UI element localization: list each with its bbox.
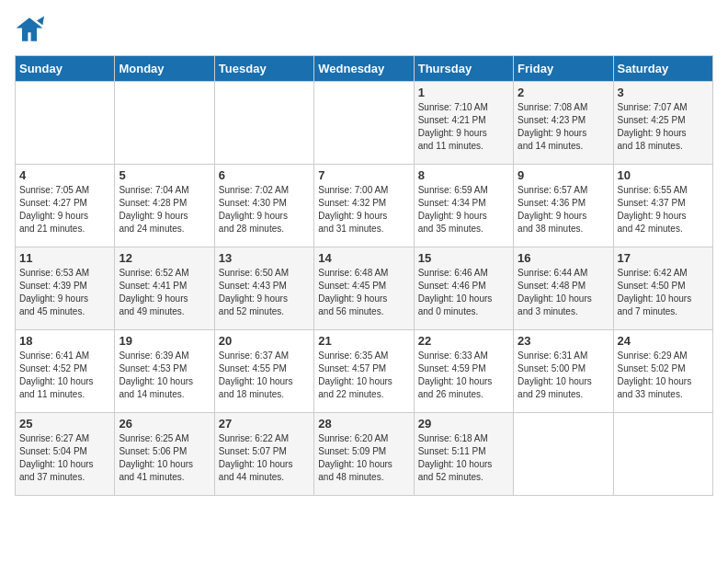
calendar-cell: 10Sunrise: 6:55 AM Sunset: 4:37 PM Dayli… [613, 165, 712, 247]
calendar-cell: 23Sunrise: 6:31 AM Sunset: 5:00 PM Dayli… [514, 330, 613, 413]
weekday-header-friday: Friday [514, 56, 613, 82]
day-info: Sunrise: 6:37 AM Sunset: 4:55 PM Dayligh… [219, 350, 310, 401]
day-number: 11 [19, 251, 110, 265]
day-info: Sunrise: 6:59 AM Sunset: 4:34 PM Dayligh… [418, 184, 509, 236]
day-info: Sunrise: 6:53 AM Sunset: 4:39 PM Dayligh… [19, 267, 110, 318]
logo-icon [15, 15, 44, 44]
calendar-cell: 25Sunrise: 6:27 AM Sunset: 5:04 PM Dayli… [16, 413, 115, 496]
page-header [15, 15, 713, 44]
calendar-week-1: 1Sunrise: 7:10 AM Sunset: 4:21 PM Daylig… [16, 82, 713, 165]
day-info: Sunrise: 6:44 AM Sunset: 4:48 PM Dayligh… [518, 267, 609, 318]
calendar-cell: 5Sunrise: 7:04 AM Sunset: 4:28 PM Daylig… [115, 165, 214, 247]
calendar-cell: 13Sunrise: 6:50 AM Sunset: 4:43 PM Dayli… [214, 247, 313, 330]
calendar-cell: 26Sunrise: 6:25 AM Sunset: 5:06 PM Dayli… [115, 413, 214, 496]
day-info: Sunrise: 6:42 AM Sunset: 4:50 PM Dayligh… [618, 267, 709, 318]
calendar-cell: 27Sunrise: 6:22 AM Sunset: 5:07 PM Dayli… [214, 413, 313, 496]
day-number: 3 [618, 86, 709, 99]
logo [15, 15, 48, 44]
day-info: Sunrise: 6:52 AM Sunset: 4:41 PM Dayligh… [119, 267, 210, 318]
calendar-cell [613, 413, 712, 496]
calendar-cell [115, 82, 214, 165]
weekday-header-wednesday: Wednesday [314, 56, 414, 82]
calendar-cell: 19Sunrise: 6:39 AM Sunset: 4:53 PM Dayli… [115, 330, 214, 413]
weekday-header-monday: Monday [115, 56, 214, 82]
calendar-cell: 20Sunrise: 6:37 AM Sunset: 4:55 PM Dayli… [214, 330, 313, 413]
calendar-week-2: 4Sunrise: 7:05 AM Sunset: 4:27 PM Daylig… [16, 165, 713, 247]
calendar-cell: 4Sunrise: 7:05 AM Sunset: 4:27 PM Daylig… [16, 165, 115, 247]
day-info: Sunrise: 7:02 AM Sunset: 4:30 PM Dayligh… [219, 184, 310, 236]
weekday-header-saturday: Saturday [613, 56, 712, 82]
day-info: Sunrise: 7:07 AM Sunset: 4:25 PM Dayligh… [618, 101, 709, 153]
day-number: 15 [418, 251, 509, 265]
day-number: 12 [119, 251, 210, 265]
day-info: Sunrise: 6:35 AM Sunset: 4:57 PM Dayligh… [318, 350, 409, 401]
calendar-cell: 12Sunrise: 6:52 AM Sunset: 4:41 PM Dayli… [115, 247, 214, 330]
day-number: 29 [418, 417, 509, 431]
day-info: Sunrise: 6:55 AM Sunset: 4:37 PM Dayligh… [618, 184, 709, 236]
calendar-cell: 6Sunrise: 7:02 AM Sunset: 4:30 PM Daylig… [214, 165, 313, 247]
weekday-header-sunday: Sunday [16, 56, 115, 82]
day-number: 4 [19, 168, 110, 182]
day-info: Sunrise: 6:33 AM Sunset: 4:59 PM Dayligh… [418, 350, 509, 401]
day-info: Sunrise: 6:20 AM Sunset: 5:09 PM Dayligh… [318, 432, 409, 484]
day-info: Sunrise: 6:27 AM Sunset: 5:04 PM Dayligh… [19, 432, 110, 484]
weekday-header-row: SundayMondayTuesdayWednesdayThursdayFrid… [16, 56, 713, 82]
calendar-week-4: 18Sunrise: 6:41 AM Sunset: 4:52 PM Dayli… [16, 330, 713, 413]
day-info: Sunrise: 6:29 AM Sunset: 5:02 PM Dayligh… [618, 350, 709, 401]
day-number: 27 [219, 417, 310, 431]
calendar-cell: 18Sunrise: 6:41 AM Sunset: 4:52 PM Dayli… [16, 330, 115, 413]
day-number: 5 [119, 168, 210, 182]
day-info: Sunrise: 7:00 AM Sunset: 4:32 PM Dayligh… [318, 184, 409, 236]
day-number: 13 [219, 251, 310, 265]
calendar-cell: 7Sunrise: 7:00 AM Sunset: 4:32 PM Daylig… [314, 165, 414, 247]
calendar-cell [314, 82, 414, 165]
day-info: Sunrise: 6:18 AM Sunset: 5:11 PM Dayligh… [418, 432, 509, 484]
svg-marker-1 [37, 17, 44, 26]
day-number: 6 [219, 168, 310, 182]
day-number: 26 [119, 417, 210, 431]
day-number: 21 [318, 334, 409, 348]
day-info: Sunrise: 7:08 AM Sunset: 4:23 PM Dayligh… [518, 101, 609, 153]
day-info: Sunrise: 6:39 AM Sunset: 4:53 PM Dayligh… [119, 350, 210, 401]
day-info: Sunrise: 6:22 AM Sunset: 5:07 PM Dayligh… [219, 432, 310, 484]
day-number: 14 [318, 251, 409, 265]
day-number: 20 [219, 334, 310, 348]
calendar-cell [514, 413, 613, 496]
calendar-cell: 2Sunrise: 7:08 AM Sunset: 4:23 PM Daylig… [514, 82, 613, 165]
day-number: 9 [518, 168, 609, 182]
day-info: Sunrise: 6:41 AM Sunset: 4:52 PM Dayligh… [19, 350, 110, 401]
calendar-cell: 29Sunrise: 6:18 AM Sunset: 5:11 PM Dayli… [414, 413, 513, 496]
day-number: 8 [418, 168, 509, 182]
calendar-table: SundayMondayTuesdayWednesdayThursdayFrid… [15, 55, 713, 496]
day-info: Sunrise: 6:25 AM Sunset: 5:06 PM Dayligh… [119, 432, 210, 484]
calendar-cell: 8Sunrise: 6:59 AM Sunset: 4:34 PM Daylig… [414, 165, 513, 247]
day-number: 18 [19, 334, 110, 348]
day-info: Sunrise: 7:10 AM Sunset: 4:21 PM Dayligh… [418, 101, 509, 153]
calendar-cell: 22Sunrise: 6:33 AM Sunset: 4:59 PM Dayli… [414, 330, 513, 413]
day-info: Sunrise: 7:05 AM Sunset: 4:27 PM Dayligh… [19, 184, 110, 236]
day-info: Sunrise: 6:50 AM Sunset: 4:43 PM Dayligh… [219, 267, 310, 318]
calendar-cell: 14Sunrise: 6:48 AM Sunset: 4:45 PM Dayli… [314, 247, 414, 330]
calendar-week-5: 25Sunrise: 6:27 AM Sunset: 5:04 PM Dayli… [16, 413, 713, 496]
calendar-cell: 16Sunrise: 6:44 AM Sunset: 4:48 PM Dayli… [514, 247, 613, 330]
calendar-cell: 24Sunrise: 6:29 AM Sunset: 5:02 PM Dayli… [613, 330, 712, 413]
weekday-header-tuesday: Tuesday [214, 56, 313, 82]
calendar-cell: 28Sunrise: 6:20 AM Sunset: 5:09 PM Dayli… [314, 413, 414, 496]
calendar-body: 1Sunrise: 7:10 AM Sunset: 4:21 PM Daylig… [16, 82, 713, 496]
day-number: 16 [518, 251, 609, 265]
calendar-cell: 9Sunrise: 6:57 AM Sunset: 4:36 PM Daylig… [514, 165, 613, 247]
calendar-cell: 3Sunrise: 7:07 AM Sunset: 4:25 PM Daylig… [613, 82, 712, 165]
day-info: Sunrise: 6:57 AM Sunset: 4:36 PM Dayligh… [518, 184, 609, 236]
calendar-cell: 21Sunrise: 6:35 AM Sunset: 4:57 PM Dayli… [314, 330, 414, 413]
day-number: 2 [518, 86, 609, 99]
calendar-cell [16, 82, 115, 165]
calendar-cell: 15Sunrise: 6:46 AM Sunset: 4:46 PM Dayli… [414, 247, 513, 330]
calendar-cell: 1Sunrise: 7:10 AM Sunset: 4:21 PM Daylig… [414, 82, 513, 165]
day-number: 19 [119, 334, 210, 348]
day-info: Sunrise: 6:48 AM Sunset: 4:45 PM Dayligh… [318, 267, 409, 318]
day-number: 24 [618, 334, 709, 348]
day-info: Sunrise: 7:04 AM Sunset: 4:28 PM Dayligh… [119, 184, 210, 236]
day-number: 7 [318, 168, 409, 182]
day-number: 28 [318, 417, 409, 431]
day-number: 10 [618, 168, 709, 182]
